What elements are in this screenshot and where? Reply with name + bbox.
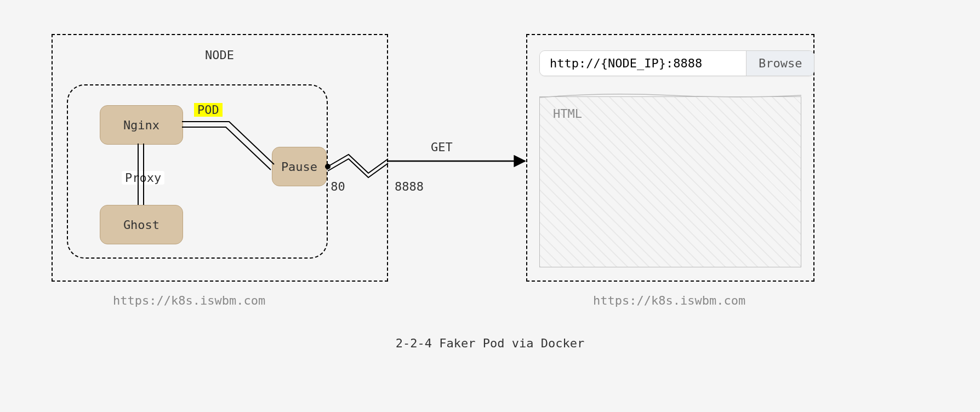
pause-box: Pause xyxy=(272,147,327,186)
proxy-label: Proxy xyxy=(122,171,164,185)
ghost-box: Ghost xyxy=(100,205,183,244)
html-pane: HTML xyxy=(539,96,801,267)
node-label: NODE xyxy=(202,48,237,62)
html-pane-label: HTML xyxy=(553,107,582,121)
caption-left: https://k8s.iswbm.com xyxy=(113,294,265,307)
port-inner: :80 xyxy=(323,180,345,193)
pod-label: POD xyxy=(191,103,226,117)
figure-title: 2-2-4 Faker Pod via Docker xyxy=(0,336,980,350)
url-bar: Browse xyxy=(539,50,814,76)
caption-right: https://k8s.iswbm.com xyxy=(593,294,745,307)
port-outer: 8888 xyxy=(395,180,424,193)
url-input[interactable] xyxy=(540,51,746,76)
nginx-box: Nginx xyxy=(100,105,183,145)
get-label: GET xyxy=(431,140,453,154)
browse-button[interactable]: Browse xyxy=(746,51,814,76)
